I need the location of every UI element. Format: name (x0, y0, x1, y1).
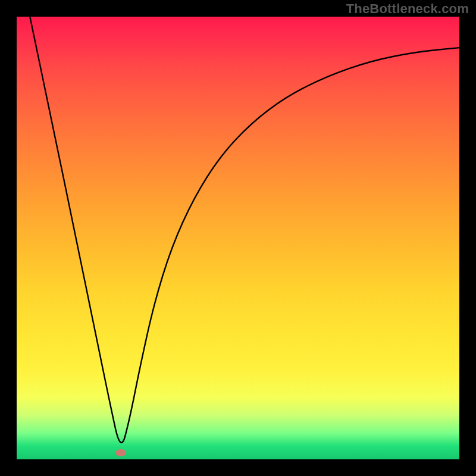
chart-frame: TheBottleneck.com (0, 0, 476, 476)
plot-area (17, 17, 459, 459)
minimum-marker (115, 449, 126, 456)
curve-svg (17, 17, 459, 459)
bottleneck-curve (30, 17, 459, 443)
watermark-text: TheBottleneck.com (346, 1, 469, 17)
